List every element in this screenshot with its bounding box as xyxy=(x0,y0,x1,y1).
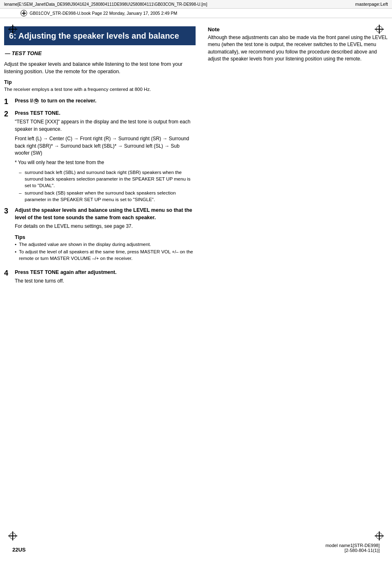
tip-item-2: To adjust the level of all speakers at t… xyxy=(15,248,196,262)
file-info-text: GB01COV_STR-DE998-U.book Page 22 Monday,… xyxy=(30,11,177,16)
step-2: 2 Press TEST TONE. "TEST TONE [XXX]" app… xyxy=(4,110,196,204)
footer-model-line2: [2-580-804-11(1)] xyxy=(325,548,380,553)
left-column: 6: Adjusting the speaker levels and bala… xyxy=(4,26,204,291)
chapter-subtitle: — TEST TONE xyxy=(4,50,196,56)
step-2-content: Press TEST TONE. "TEST TONE [XXX]" appea… xyxy=(15,110,196,204)
footer-model: model name1[STR-DE998] [2-580-804-11(1)] xyxy=(325,543,380,553)
top-bar: lename[E:\SEM_Janet\Data_DE998\J9041624_… xyxy=(0,0,392,9)
footer: 22US model name1[STR-DE998] [2-580-804-1… xyxy=(0,543,392,553)
corner-mark-tl xyxy=(8,25,17,34)
dash-item-1: surround back left (SBL) and surround ba… xyxy=(19,169,196,189)
note-text: Although these adjustments can also be m… xyxy=(208,34,388,63)
step-4-title: Press TEST TONE again after adjustment. xyxy=(15,269,196,276)
step-2-dash-list: surround back left (SBL) and surround ba… xyxy=(19,169,196,203)
step-1-number: 1 xyxy=(4,97,12,107)
step-4-number: 4 xyxy=(4,269,12,278)
footer-model-line1: model name1[STR-DE998] xyxy=(325,543,380,548)
note-label: Note xyxy=(208,26,388,32)
file-info-bar: GB01COV_STR-DE998-U.book Page 22 Monday,… xyxy=(0,9,392,18)
step-3-tips-section: Tips The adjusted value are shown in the… xyxy=(15,234,196,262)
main-content: 6: Adjusting the speaker levels and bala… xyxy=(0,18,392,299)
chapter-intro: Adjust the speaker levels and balance wh… xyxy=(4,60,196,75)
tips-label: Tips xyxy=(15,234,196,240)
corner-mark-bl xyxy=(8,531,17,540)
tip-label: Tip xyxy=(4,79,196,85)
top-bar-filename: lename[E:\SEM_Janet\Data_DE998\J9041624_… xyxy=(4,2,207,7)
step-2-number: 2 xyxy=(4,110,12,119)
step-1-content: Press I/⏻ to turn on the receiver. xyxy=(15,97,196,107)
step-4-body: The test tone turns off. xyxy=(15,278,196,285)
step-3-number: 3 xyxy=(4,207,12,216)
corner-mark-br xyxy=(375,531,384,540)
step-3-body: For details on the LEVEL menu settings, … xyxy=(15,223,196,230)
corner-mark-tr xyxy=(375,25,384,34)
step-3: 3 Adjust the speaker levels and balance … xyxy=(4,207,196,266)
step-2-footnote: * You will only hear the test tone from … xyxy=(15,159,196,166)
right-column: Note Although these adjustments can also… xyxy=(204,26,388,291)
step-3-title: Adjust the speaker levels and balance us… xyxy=(15,207,196,221)
tip-text: The receiver employs a test tone with a … xyxy=(4,86,196,93)
chapter-heading: 6: Adjusting the speaker levels and bala… xyxy=(4,26,196,45)
step-2-title: Press TEST TONE. xyxy=(15,110,196,117)
step-2-body2: Front left (L) → Center (C) → Front righ… xyxy=(15,135,196,157)
dash-item-2: surround back (SB) speaker when the surr… xyxy=(19,190,196,203)
step-4-content: Press TEST TONE again after adjustment. … xyxy=(15,269,196,287)
crosshair-icon-left xyxy=(21,10,27,16)
step-2-body1: "TEST TONE [XXX]" appears in the display… xyxy=(15,118,196,133)
footer-page-number: 22US xyxy=(12,547,26,553)
tip-item-1: The adjusted value are shown in the disp… xyxy=(15,241,196,248)
step-1: 1 Press I/⏻ to turn on the receiver. xyxy=(4,97,196,107)
page-container: lename[E:\SEM_Janet\Data_DE998\J9041624_… xyxy=(0,0,392,561)
step-3-content: Adjust the speaker levels and balance us… xyxy=(15,207,196,266)
step-4: 4 Press TEST TONE again after adjustment… xyxy=(4,269,196,287)
tips-list: The adjusted value are shown in the disp… xyxy=(15,241,196,262)
top-bar-masterpage: masterpage:Left xyxy=(355,2,388,7)
step-1-title: Press I/⏻ to turn on the receiver. xyxy=(15,97,196,105)
